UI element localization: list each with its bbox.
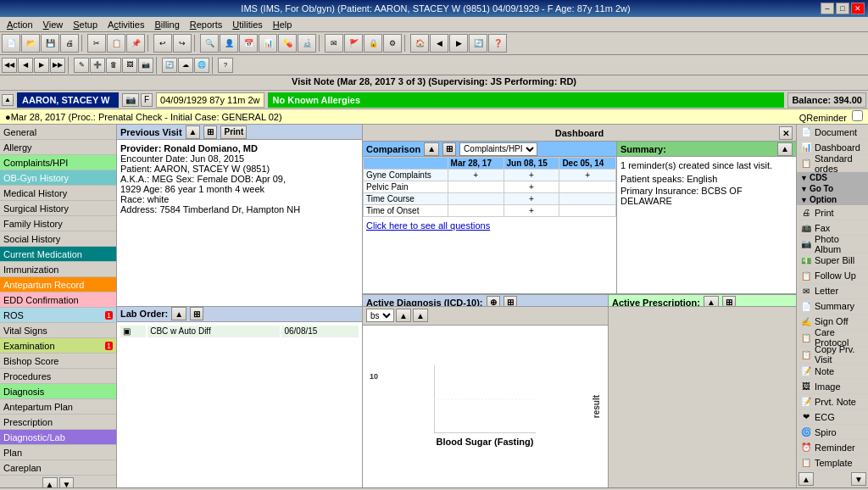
tb-redo[interactable]: ↪ [173,34,192,53]
tb2-net[interactable]: 🌐 [194,58,209,73]
rs-image[interactable]: 🖼 Image [797,379,868,394]
tb-lock[interactable]: 🔒 [364,34,382,53]
patient-flag-btn[interactable]: F [141,93,153,107]
tb-back[interactable]: ◀ [430,34,448,53]
rs-document[interactable]: 📄 Document [797,125,868,140]
rx-btn1[interactable]: ▲ [704,296,719,306]
sidebar-item-general[interactable]: General [0,125,116,140]
rs-section-cds[interactable]: ▼ CDS [797,172,868,183]
tb-help[interactable]: ❓ [488,34,507,53]
tb-copy[interactable]: 📋 [107,34,125,53]
tb-rx[interactable]: 💊 [278,34,297,53]
tb2-add[interactable]: ➕ [90,58,105,73]
tb-undo[interactable]: ↩ [153,34,172,53]
sidebar-scroll-down[interactable]: ▼ [59,477,75,487]
rs-summary[interactable]: 📄 Summary [797,299,868,315]
sidebar-item-antepartum[interactable]: Antepartum Record [0,277,116,292]
menu-reports[interactable]: Reports [185,19,228,31]
chart-dropdown[interactable]: bs [366,309,394,322]
rs-follow-up[interactable]: 📋 Follow Up [797,269,868,284]
rs-reminder[interactable]: ⏰ Reminder [797,440,868,455]
sidebar-item-obgyn[interactable]: OB-Gyn History [0,170,116,186]
rs-print[interactable]: 🖨 Print [797,205,868,220]
rs-copy-prv[interactable]: 📋 Copy Prv. Visit [797,347,868,364]
patient-photo-btn[interactable]: 📷 [122,93,139,107]
tb-print[interactable]: 🖨 [60,34,79,53]
qreminder-checkbox[interactable] [852,110,863,121]
sidebar-item-surgical[interactable]: Surgical History [0,201,116,216]
sidebar-item-diaglab[interactable]: Diagnostic/Lab [0,430,116,445]
lab-btn2[interactable]: ⊞ [190,307,203,320]
dashboard-close[interactable]: ✕ [779,126,793,140]
tb2-cam[interactable]: 📷 [138,58,153,73]
tb2-btn4[interactable]: ▶▶ [50,58,65,73]
comparison-select[interactable]: Complaints/HPI [459,142,537,156]
rs-photo-album[interactable]: 📷 Photo Album [797,236,868,253]
comp-btn2[interactable]: ⊞ [442,142,456,156]
sidebar-item-careplan[interactable]: Careplan [0,460,116,476]
tb2-btn3[interactable]: ▶ [34,58,49,73]
tb2-cloud[interactable]: ☁ [178,58,193,73]
sidebar-item-medical[interactable]: Medical History [0,186,116,201]
tb2-edit[interactable]: ✎ [74,58,89,73]
tb-flag[interactable]: 🚩 [344,34,363,53]
rs-scroll-up[interactable]: ▲ [798,472,814,486]
sidebar-item-plan[interactable]: Plan [0,445,116,460]
prev-visit-print[interactable]: Print [220,125,247,139]
minimize-button[interactable]: – [821,3,834,14]
see-all-link[interactable]: Click here to see all questions [366,220,490,231]
rs-ecg[interactable]: ❤ ECG [797,409,868,425]
rx-btn2[interactable]: ⊞ [722,296,736,306]
menu-activities[interactable]: Activities [103,19,149,31]
tb2-del[interactable]: 🗑 [106,58,121,73]
tb2-sync[interactable]: 🔄 [162,58,177,73]
rs-note[interactable]: 📝 Note [797,364,868,379]
tb-refresh[interactable]: 🔄 [469,34,487,53]
rs-letter[interactable]: ✉ Letter [797,284,868,299]
tb2-q[interactable]: ? [218,58,233,73]
menu-billing[interactable]: Billing [149,19,184,31]
rs-prvt-note[interactable]: 📝 Prvt. Note [797,394,868,409]
tb-new[interactable]: 📄 [2,34,20,53]
tb-search[interactable]: 🔍 [200,34,219,53]
sidebar-item-immunization[interactable]: Immunization [0,262,116,277]
summary-btn[interactable]: ▲ [777,142,793,156]
maximize-button[interactable]: □ [836,3,849,14]
tb-open[interactable]: 📂 [21,34,40,53]
sidebar-item-bishop[interactable]: Bishop Score [0,354,116,369]
tb-home[interactable]: 🏠 [410,34,429,53]
sidebar-item-antepartumplan[interactable]: Antepartum Plan [0,399,116,415]
tb2-btn1[interactable]: ◀◀ [2,58,17,73]
prev-visit-btn1[interactable]: ▲ [186,125,201,139]
diag-btn1[interactable]: ⊕ [487,296,500,306]
tb-forward[interactable]: ▶ [449,34,468,53]
tb-cut[interactable]: ✂ [87,34,106,53]
sidebar-item-diagnosis[interactable]: Diagnosis [0,384,116,399]
tb-settings[interactable]: ⚙ [383,34,402,53]
tb-lab[interactable]: 🔬 [298,34,316,53]
menu-action[interactable]: Action [2,19,38,31]
menu-setup[interactable]: Setup [68,19,103,31]
sidebar-item-family[interactable]: Family History [0,216,116,231]
sidebar-item-vitals[interactable]: Vital Signs [0,323,116,338]
rs-super-bill[interactable]: 💵 Super Bill [797,253,868,269]
tb-chart[interactable]: 📊 [259,34,277,53]
tb-paste[interactable]: 📌 [126,34,145,53]
tb-schedule[interactable]: 📅 [239,34,258,53]
sidebar-scroll-up[interactable]: ▲ [42,477,58,487]
tb-patient[interactable]: 👤 [220,34,238,53]
menu-view[interactable]: View [38,19,69,31]
sidebar-item-procedures[interactable]: Procedures [0,369,116,384]
tb2-btn2[interactable]: ◀ [18,58,33,73]
tb-save[interactable]: 💾 [41,34,59,53]
patient-nav-btn[interactable]: ▲ [2,94,14,106]
sidebar-item-exam[interactable]: Examination 1 [0,338,116,354]
sidebar-item-complaints[interactable]: Complaints/HPI [0,155,116,170]
lab-btn1[interactable]: ▲ [171,307,186,320]
rs-section-goto[interactable]: ▼ Go To [797,183,868,194]
chart-btn2[interactable]: ▲ [413,309,428,322]
rs-template[interactable]: 📋 Template [797,455,868,471]
prev-visit-btn2[interactable]: ⊞ [203,125,217,139]
rs-standard-orders[interactable]: 📋 Standard ordes [797,155,868,172]
rs-section-option[interactable]: ▼ Option [797,194,868,205]
